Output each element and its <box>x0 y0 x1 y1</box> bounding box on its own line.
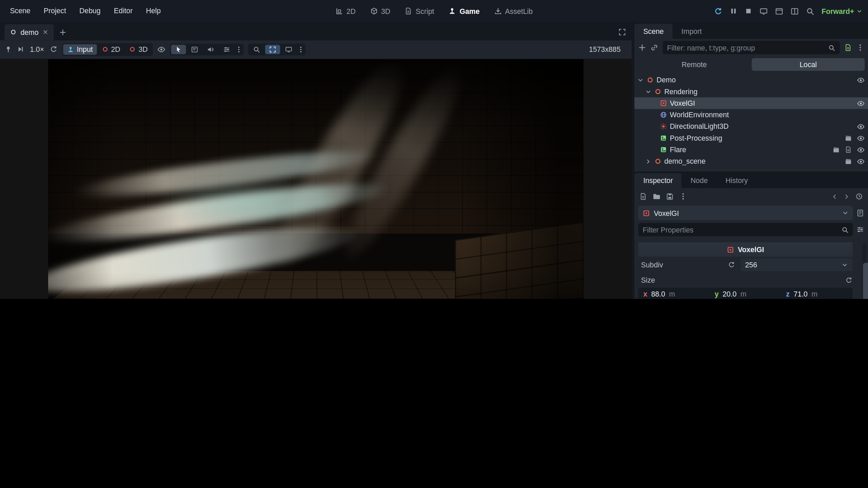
visibility-eye-icon[interactable] <box>857 76 865 84</box>
menu-editor[interactable]: Editor <box>107 0 139 22</box>
next-frame-icon[interactable] <box>17 45 24 53</box>
scrollbar-thumb[interactable] <box>863 263 868 299</box>
new-scene-tab-icon[interactable] <box>59 29 66 36</box>
remote-button[interactable]: Remote <box>638 58 751 71</box>
object-selector[interactable]: VoxelGI <box>638 206 853 220</box>
input-toggle[interactable]: Input <box>63 44 97 55</box>
fullscreen-icon[interactable] <box>281 45 296 54</box>
tree-node-voxelgi[interactable]: VoxelGI <box>634 97 868 109</box>
size-x-field[interactable]: x 88.0 m <box>638 290 710 298</box>
size-vector-editor[interactable]: x 88.0 m y 20.0 m z 71.0 m <box>638 288 852 299</box>
float-window-icon[interactable] <box>775 7 783 15</box>
zoom-level[interactable]: 1.0× <box>29 45 45 54</box>
reset-zoom-icon[interactable] <box>50 45 57 53</box>
load-resource-icon[interactable] <box>653 192 660 200</box>
subdiv-value: 256 <box>745 261 757 269</box>
revert-icon[interactable] <box>728 261 735 268</box>
reload-game-icon[interactable] <box>714 7 722 15</box>
visibility-eye-icon[interactable] <box>857 123 865 130</box>
game-audio-icon[interactable] <box>203 45 218 54</box>
tree-node-demo-scene[interactable]: demo_scene <box>634 156 868 167</box>
property-options-icon[interactable] <box>856 226 864 233</box>
revert-icon[interactable] <box>845 277 852 284</box>
debug-options-icon[interactable] <box>219 45 234 54</box>
save-resource-icon[interactable] <box>666 192 674 200</box>
pin-icon[interactable] <box>4 45 12 53</box>
close-tab-icon[interactable] <box>42 29 48 35</box>
select-mode-icon[interactable] <box>171 45 186 54</box>
tree-node-flare[interactable]: Flare <box>634 144 868 155</box>
x-axis-label: x <box>643 290 647 298</box>
game-window-icon[interactable] <box>760 7 768 15</box>
menu-debug[interactable]: Debug <box>73 0 107 22</box>
3d-mode-toggle[interactable]: 3D <box>125 44 152 55</box>
pause-icon[interactable] <box>730 7 737 15</box>
game-viewport[interactable] <box>0 59 632 299</box>
script-icon[interactable] <box>845 146 852 153</box>
renderer-select[interactable]: Forward+ <box>822 7 863 15</box>
embed-group <box>248 44 305 55</box>
instance-scene-icon[interactable] <box>650 44 658 52</box>
tree-node-post-processing[interactable]: Post-Processing <box>634 132 868 144</box>
scene-filter-input[interactable]: Filter: name, t:type, g:group <box>663 41 840 54</box>
size-y-field[interactable]: y 20.0 m <box>710 290 781 298</box>
local-button[interactable]: Local <box>752 58 865 71</box>
workspace-3d[interactable]: 3D <box>370 7 390 15</box>
scene-tab-demo[interactable]: demo <box>4 24 54 40</box>
select-list-icon[interactable] <box>187 45 202 54</box>
new-resource-icon[interactable] <box>639 192 647 200</box>
workspace-2d[interactable]: 2D <box>335 7 356 15</box>
menu-scene[interactable]: Scene <box>3 0 37 22</box>
resource-menu-icon[interactable] <box>679 192 687 200</box>
tab-history[interactable]: History <box>717 173 757 188</box>
size-z-field[interactable]: z 71.0 m <box>781 290 853 298</box>
tree-node-demo[interactable]: Demo <box>634 74 868 86</box>
open-instance-icon[interactable] <box>833 146 840 153</box>
chevron-down-icon[interactable] <box>637 77 644 83</box>
inspect-window-icon[interactable] <box>806 7 814 15</box>
workspace-assetlib[interactable]: AssetLib <box>494 7 533 15</box>
more-options-icon[interactable] <box>235 46 242 53</box>
visibility-eye-icon[interactable] <box>857 134 865 142</box>
menu-help[interactable]: Help <box>139 0 167 22</box>
edit-history-icon[interactable] <box>855 192 863 200</box>
2d-mode-toggle[interactable]: 2D <box>98 44 124 55</box>
subdiv-dropdown[interactable]: 256 <box>741 258 852 271</box>
visibility-eye-icon[interactable] <box>857 146 865 154</box>
inspector-content: VoxelGI Subdiv 256 Size x 88.0 m <box>634 238 868 299</box>
stretch-mode-icon[interactable] <box>265 45 280 54</box>
history-forward-icon[interactable] <box>843 193 850 200</box>
history-back-icon[interactable] <box>831 193 838 200</box>
open-instance-icon[interactable] <box>845 135 852 142</box>
workspace-script[interactable]: Script <box>405 7 434 15</box>
chevron-down-icon[interactable] <box>645 88 652 95</box>
visibility-eye-icon[interactable] <box>857 157 865 165</box>
menu-project[interactable]: Project <box>37 0 73 22</box>
multi-window-icon[interactable] <box>791 7 799 15</box>
category-header[interactable]: VoxelGI <box>638 242 852 257</box>
expand-viewport-icon[interactable] <box>618 28 626 36</box>
property-label: Subdiv <box>641 261 728 269</box>
visibility-eye-icon[interactable] <box>857 99 865 107</box>
zoom-to-fit-icon[interactable] <box>249 45 264 54</box>
tree-node-directionallight3d[interactable]: DirectionalLight3D <box>634 121 868 132</box>
inspector-scrollbar[interactable] <box>863 243 866 299</box>
tree-node-rendering[interactable]: Rendering <box>634 86 868 97</box>
tab-inspector[interactable]: Inspector <box>634 173 682 188</box>
open-docs-icon[interactable] <box>856 209 864 217</box>
open-instance-icon[interactable] <box>845 158 852 165</box>
tab-scene[interactable]: Scene <box>634 24 672 39</box>
voxelgi-icon <box>727 246 734 253</box>
scene-dock-menu-icon[interactable] <box>856 44 864 52</box>
tree-node-worldenvironment[interactable]: WorldEnvironment <box>634 109 868 121</box>
chevron-right-icon[interactable] <box>645 158 652 165</box>
filter-properties-input[interactable]: Filter Properties <box>638 223 853 236</box>
stop-icon[interactable] <box>745 7 752 15</box>
embed-more-icon[interactable] <box>297 46 304 53</box>
tab-import[interactable]: Import <box>672 24 710 39</box>
workspace-game[interactable]: Game <box>449 7 480 15</box>
attach-script-icon[interactable] <box>844 44 852 52</box>
tab-node[interactable]: Node <box>682 173 717 188</box>
add-node-icon[interactable] <box>638 44 646 52</box>
camera-override-eye-icon[interactable] <box>157 45 165 54</box>
